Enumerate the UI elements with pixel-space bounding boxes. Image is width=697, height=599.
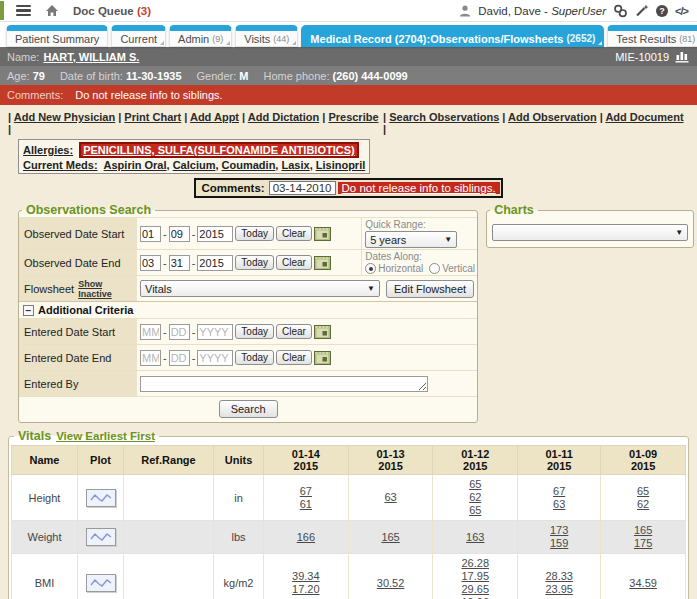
observation-value-link[interactable]: 23.95	[520, 583, 598, 596]
clear-button[interactable]: Clear	[276, 324, 312, 339]
entered-end-dd-input[interactable]	[169, 350, 190, 366]
observation-value-link[interactable]: 63	[520, 498, 598, 511]
observation-value-link[interactable]: 165	[351, 531, 431, 544]
med-link[interactable]: Lisinopril	[316, 159, 366, 171]
observation-value-link[interactable]: 63	[351, 491, 431, 504]
entered-end-mm-input[interactable]	[140, 350, 161, 366]
current-meds-label[interactable]: Current Meds:	[23, 159, 98, 171]
wand-icon[interactable]	[635, 4, 649, 17]
observation-value-link[interactable]: 61	[266, 498, 346, 511]
med-link[interactable]: Aspirin Oral	[104, 159, 167, 171]
patient-name-link[interactable]: HART, WILLIAM S.	[43, 51, 139, 63]
help-icon[interactable]: ?	[656, 5, 668, 17]
med-link[interactable]: Lasix	[281, 159, 309, 171]
code-icon[interactable]: </>	[675, 5, 688, 17]
today-button[interactable]: Today	[235, 324, 274, 339]
observation-value-link[interactable]: 30.52	[351, 577, 431, 590]
plot-button[interactable]	[86, 528, 116, 546]
print-chart-link[interactable]: Print Chart	[124, 111, 181, 123]
observed-start-yyyy-input[interactable]	[197, 226, 233, 242]
flowsheet-select[interactable]: Vitals▼	[140, 280, 380, 297]
home-icon[interactable]	[45, 4, 59, 17]
add-appt-link[interactable]: Add Appt	[190, 111, 239, 123]
observation-value-link[interactable]: 67	[520, 485, 598, 498]
observation-value-link[interactable]: 28.33	[520, 570, 598, 583]
observation-value-link[interactable]: 17.95	[435, 570, 515, 583]
tab-admin[interactable]: Admin(9)	[169, 25, 232, 47]
calendar-icon[interactable]	[314, 226, 331, 241]
quick-range-select[interactable]: 5 years▼	[365, 231, 457, 248]
prescribe-link[interactable]: Prescribe	[328, 111, 378, 123]
clear-button[interactable]: Clear	[276, 255, 312, 270]
observation-value-link[interactable]: 65	[603, 485, 683, 498]
observation-value-link[interactable]: 17.20	[266, 583, 346, 596]
observation-value-link[interactable]: 39.34	[266, 570, 346, 583]
observed-end-dd-input[interactable]	[169, 255, 190, 271]
observation-value-link[interactable]: 26.28	[435, 557, 515, 570]
observation-value-link[interactable]: 165	[603, 524, 683, 537]
tab-current[interactable]: Current	[111, 25, 166, 47]
hamburger-menu-icon[interactable]	[16, 5, 31, 16]
today-button[interactable]: Today	[235, 226, 274, 241]
tab-medical-record[interactable]: Medical Record (2704):Observations/Flows…	[301, 25, 604, 47]
vertical-radio[interactable]	[429, 263, 440, 274]
plot-button[interactable]	[86, 489, 116, 507]
clear-button[interactable]: Clear	[276, 226, 312, 241]
entered-by-input[interactable]	[140, 376, 428, 392]
charts-select[interactable]: ▼	[492, 224, 688, 241]
plot-button[interactable]	[86, 574, 116, 592]
search-observations-link[interactable]: Search Observations	[389, 111, 499, 123]
observation-value-link[interactable]: 62	[603, 498, 683, 511]
entered-end-yyyy-input[interactable]	[197, 350, 233, 366]
observed-end-mm-input[interactable]	[140, 255, 161, 271]
collapse-icon[interactable]: −	[23, 305, 34, 316]
observation-value-link[interactable]: 166	[266, 531, 346, 544]
today-button[interactable]: Today	[235, 255, 274, 270]
edit-flowsheet-button[interactable]: Edit Flowsheet	[386, 280, 474, 298]
observation-value-link[interactable]: 163	[435, 531, 515, 544]
quick-links-icon[interactable]	[613, 4, 628, 18]
clear-button[interactable]: Clear	[276, 350, 312, 365]
observation-value-link[interactable]: 62	[435, 491, 515, 504]
user-name[interactable]: David, Dave - SuperUser	[478, 5, 606, 17]
observation-value-link[interactable]: 159	[520, 537, 598, 550]
tab-patient-summary[interactable]: Patient Summary	[6, 25, 108, 47]
observed-start-mm-input[interactable]	[140, 226, 161, 242]
add-document-link[interactable]: Add Document	[605, 111, 683, 123]
allergy-meds-box: Allergies: PENICILLINS, SULFA(SULFONAMID…	[18, 139, 370, 174]
med-link[interactable]: Calcium	[173, 159, 216, 171]
doc-queue-link[interactable]: Doc Queue (3)	[73, 5, 151, 17]
med-link[interactable]: Coumadin	[222, 159, 276, 171]
horizontal-radio[interactable]	[365, 263, 376, 274]
observation-value-link[interactable]: 173	[520, 524, 598, 537]
allergies-value-link[interactable]: PENICILLINS, SULFA(SULFONAMIDE ANTIBIOTI…	[79, 142, 359, 158]
observation-value-link[interactable]: 65	[435, 478, 515, 491]
calendar-icon[interactable]	[314, 350, 331, 365]
patient-chart-icon[interactable]	[675, 50, 690, 63]
add-observation-link[interactable]: Add Observation	[508, 111, 597, 123]
search-button[interactable]: Search	[219, 400, 278, 418]
observation-value-link[interactable]: 67	[266, 485, 346, 498]
observation-value-link[interactable]: 175	[603, 537, 683, 550]
today-button[interactable]: Today	[235, 350, 274, 365]
observation-value-link[interactable]: 34.59	[603, 577, 683, 590]
observation-value-link[interactable]: 65	[435, 504, 515, 517]
observed-start-dd-input[interactable]	[169, 226, 190, 242]
entered-date-start-row: Entered Date Start - - Today Clear	[19, 318, 477, 344]
comment-text-link[interactable]: Do not release info to siblings.	[338, 182, 500, 194]
allergies-label[interactable]: Allergies:	[23, 144, 73, 156]
add-dictation-link[interactable]: Add Dictation	[248, 111, 320, 123]
calendar-icon[interactable]	[314, 324, 331, 339]
observation-value-link[interactable]: 29.65	[435, 583, 515, 596]
entered-start-yyyy-input[interactable]	[197, 324, 233, 340]
tab-test-results[interactable]: Test Results(81)	[607, 25, 697, 47]
tab-visits[interactable]: Visits(44)	[235, 25, 298, 47]
additional-criteria-toggle[interactable]: − Additional Criteria	[19, 301, 477, 318]
view-earliest-first-link[interactable]: View Earliest First	[56, 430, 155, 442]
calendar-icon[interactable]	[314, 255, 331, 270]
add-new-physician-link[interactable]: Add New Physician	[14, 111, 115, 123]
show-inactive-link[interactable]: Show Inactive	[78, 279, 137, 299]
observed-end-yyyy-input[interactable]	[197, 255, 233, 271]
entered-start-dd-input[interactable]	[169, 324, 190, 340]
entered-start-mm-input[interactable]	[140, 324, 161, 340]
